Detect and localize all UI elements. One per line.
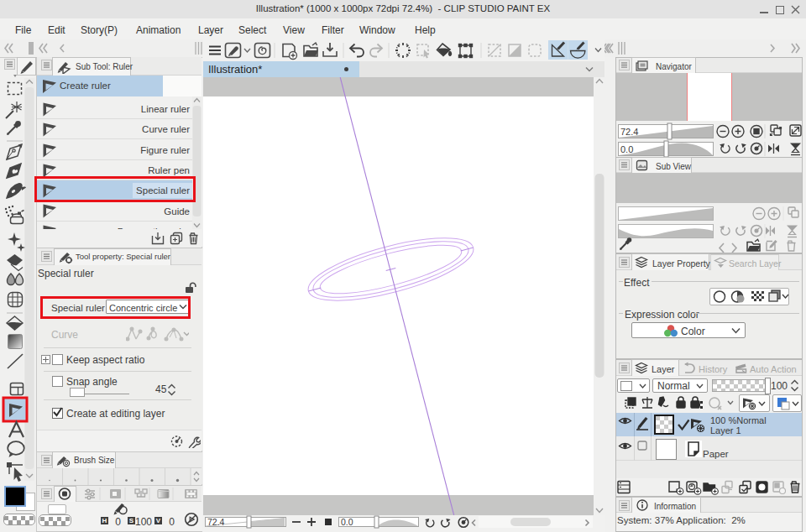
svg-text:72.4: 72.4	[620, 127, 638, 137]
svg-text:0.0: 0.0	[620, 144, 633, 154]
svg-text:72.4: 72.4	[207, 517, 225, 527]
svg-text:0.0: 0.0	[341, 517, 353, 527]
